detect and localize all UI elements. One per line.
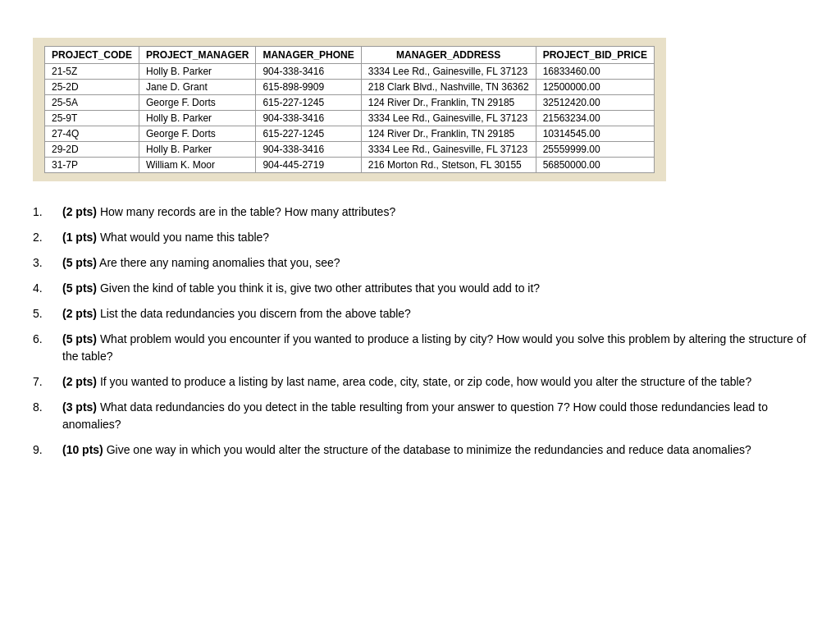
table-cell: 32512420.00	[536, 95, 654, 111]
table-row: 31-7PWilliam K. Moor904-445-2719216 Mort…	[45, 158, 655, 173]
table-cell: George F. Dorts	[139, 95, 256, 111]
question-number: 8.	[33, 399, 62, 433]
list-item: 6.(5 pts) What problem would you encount…	[33, 331, 807, 365]
data-table: PROJECT_CODEPROJECT_MANAGERMANAGER_PHONE…	[44, 46, 655, 173]
table-cell: 16833460.00	[536, 64, 654, 80]
question-number: 4.	[33, 280, 62, 297]
table-cell: 904-338-3416	[256, 142, 361, 158]
question-number: 2.	[33, 229, 62, 246]
question-content: (5 pts) Given the kind of table you thin…	[62, 280, 807, 297]
table-cell: 25-5A	[45, 95, 139, 111]
table-header-cell: MANAGER_ADDRESS	[361, 47, 536, 64]
questions-list: 1.(2 pts) How many records are in the ta…	[33, 203, 807, 459]
list-item: 1.(2 pts) How many records are in the ta…	[33, 203, 807, 221]
question-number: 9.	[33, 441, 62, 459]
question-points: (5 pts)	[62, 256, 97, 269]
table-cell: 615-898-9909	[256, 80, 361, 95]
table-header-cell: MANAGER_PHONE	[256, 47, 361, 64]
table-cell: Jane D. Grant	[139, 80, 256, 95]
question-points: (1 pts)	[62, 231, 97, 244]
table-cell: 25-9T	[45, 111, 139, 126]
table-row: 25-5AGeorge F. Dorts615-227-1245124 Rive…	[45, 95, 655, 111]
table-cell: 12500000.00	[536, 80, 654, 95]
question-content: (1 pts) What would you name this table?	[62, 229, 807, 246]
question-number: 5.	[33, 305, 62, 322]
question-points: (2 pts)	[62, 205, 97, 218]
table-cell: 25559999.00	[536, 142, 654, 158]
question-content: (2 pts) List the data redundancies you d…	[62, 305, 807, 322]
table-cell: 27-4Q	[45, 126, 139, 142]
table-row: 21-5ZHolly B. Parker904-338-34163334 Lee…	[45, 64, 655, 80]
table-cell: 124 River Dr., Franklin, TN 29185	[361, 126, 536, 142]
table-row: 25-9THolly B. Parker904-338-34163334 Lee…	[45, 111, 655, 126]
table-cell: 10314545.00	[536, 126, 654, 142]
table-cell: 56850000.00	[536, 158, 654, 173]
table-cell: 904-338-3416	[256, 64, 361, 80]
question-content: (10 pts) Give one way in which you would…	[62, 441, 807, 459]
table-row: 29-2DHolly B. Parker904-338-34163334 Lee…	[45, 142, 655, 158]
question-points: (5 pts)	[62, 332, 97, 345]
list-item: 5.(2 pts) List the data redundancies you…	[33, 305, 807, 322]
list-item: 7.(2 pts) If you wanted to produce a lis…	[33, 373, 807, 391]
table-cell: Holly B. Parker	[139, 64, 256, 80]
list-item: 3.(5 pts) Are there any naming anomalies…	[33, 254, 807, 272]
question-number: 7.	[33, 373, 62, 391]
table-cell: 3334 Lee Rd., Gainesville, FL 37123	[361, 142, 536, 158]
table-cell: 21-5Z	[45, 64, 139, 80]
question-points: (3 pts)	[62, 400, 97, 414]
table-cell: 3334 Lee Rd., Gainesville, FL 37123	[361, 111, 536, 126]
table-row: 25-2DJane D. Grant615-898-9909218 Clark …	[45, 80, 655, 95]
list-item: 8.(3 pts) What data redundancies do you …	[33, 399, 807, 433]
list-item: 2.(1 pts) What would you name this table…	[33, 229, 807, 246]
table-cell: 29-2D	[45, 142, 139, 158]
question-number: 6.	[33, 331, 62, 365]
list-item: 4.(5 pts) Given the kind of table you th…	[33, 280, 807, 297]
table-cell: 904-338-3416	[256, 111, 361, 126]
question-points: (2 pts)	[62, 307, 97, 320]
table-row: 27-4QGeorge F. Dorts615-227-1245124 Rive…	[45, 126, 655, 142]
table-header-cell: PROJECT_BID_PRICE	[536, 47, 654, 64]
table-cell: Holly B. Parker	[139, 111, 256, 126]
table-cell: George F. Dorts	[139, 126, 256, 142]
table-cell: Holly B. Parker	[139, 142, 256, 158]
question-content: (2 pts) How many records are in the tabl…	[62, 203, 807, 221]
list-item: 9.(10 pts) Give one way in which you wou…	[33, 441, 807, 459]
question-content: (2 pts) If you wanted to produce a listi…	[62, 373, 807, 391]
question-points: (5 pts)	[62, 281, 97, 295]
table-cell: 25-2D	[45, 80, 139, 95]
question-content: (3 pts) What data redundancies do you de…	[62, 399, 807, 433]
table-cell: 124 River Dr., Franklin, TN 29185	[361, 95, 536, 111]
table-header-cell: PROJECT_MANAGER	[139, 47, 256, 64]
table-cell: 615-227-1245	[256, 95, 361, 111]
table-cell: 31-7P	[45, 158, 139, 173]
table-cell: William K. Moor	[139, 158, 256, 173]
table-cell: 216 Morton Rd., Stetson, FL 30155	[361, 158, 536, 173]
question-points: (2 pts)	[62, 375, 97, 388]
question-content: (5 pts) What problem would you encounter…	[62, 331, 807, 365]
table-cell: 21563234.00	[536, 111, 654, 126]
table-body: 21-5ZHolly B. Parker904-338-34163334 Lee…	[45, 64, 655, 173]
table-cell: 3334 Lee Rd., Gainesville, FL 37123	[361, 64, 536, 80]
question-points: (10 pts)	[62, 443, 103, 456]
table-container: PROJECT_CODEPROJECT_MANAGERMANAGER_PHONE…	[33, 38, 666, 181]
table-cell: 904-445-2719	[256, 158, 361, 173]
question-number: 1.	[33, 203, 62, 221]
table-header-cell: PROJECT_CODE	[45, 47, 139, 64]
table-cell: 218 Clark Blvd., Nashville, TN 36362	[361, 80, 536, 95]
table-header-row: PROJECT_CODEPROJECT_MANAGERMANAGER_PHONE…	[45, 47, 655, 64]
question-number: 3.	[33, 254, 62, 272]
table-cell: 615-227-1245	[256, 126, 361, 142]
question-content: (5 pts) Are there any naming anomalies t…	[62, 254, 807, 272]
